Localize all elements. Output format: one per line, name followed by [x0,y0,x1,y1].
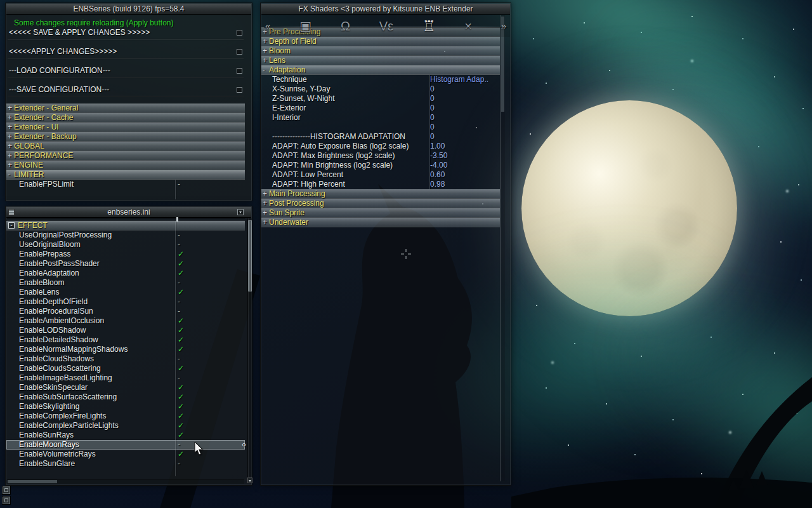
param-row[interactable]: ADAPT: High Percent 0.98 [261,180,500,189]
effect-toggle-row[interactable]: EnableNormalMappingShadows ✓ [6,345,245,354]
toggle-value[interactable]: - [178,373,180,383]
toggle-value[interactable]: ✓ [178,411,184,421]
effect-toggle-row[interactable]: UseOriginalPostProcessing - [6,231,245,240]
param-row[interactable]: Technique Histogram Adap.. [261,75,500,84]
toggle-value[interactable]: ✓ [178,392,184,402]
effect-toggle-row[interactable]: EnableDetailedShadow ✓ [6,335,245,345]
enb-action-button[interactable]: <<<<< SAVE & APPLY CHANGES >>>>> [6,28,245,37]
param-value[interactable]: 0 [430,123,435,132]
toggle-value[interactable]: - [178,440,180,450]
toggle-value[interactable]: - [178,231,180,240]
effect-toggle-row[interactable]: EnableSunRays ✓ [6,431,245,440]
toggle-value[interactable]: - [178,354,180,364]
param-row[interactable]: ---------------HISTOGRAM ADAPTATION 0 [261,132,500,142]
param-row[interactable]: X-Sunrise, Y-Day 0 [261,84,500,94]
scrollbar-thumb[interactable] [8,480,57,483]
param-value[interactable]: 0 [430,113,435,123]
scroll-down-button[interactable] [247,478,252,483]
category-row[interactable]: + Pre Processing [261,27,500,37]
effect-section-header[interactable]: - EFFECT [6,221,245,231]
expand-icon[interactable]: + [8,132,12,142]
param-value[interactable]: 0.98 [430,180,445,189]
effect-toggle-row[interactable]: EnableMoonRays - ‹› [6,440,245,450]
expand-icon[interactable]: + [263,218,267,227]
param-row[interactable]: ADAPT: Auto Exposure Bias (log2 scale) 1… [261,142,500,151]
effect-toggle-row[interactable]: EnableCloudsScattering ✓ [6,364,245,373]
effect-toggle-row[interactable]: EnableSkylighting ✓ [6,402,245,411]
toggle-edit-arrows[interactable]: ‹› [242,440,246,450]
param-value[interactable]: Histogram Adap.. [430,75,488,84]
effect-toggle-row[interactable]: EnableAdaptation ✓ [6,269,245,278]
category-row[interactable]: + Underwater [261,218,500,227]
param-value[interactable]: -4.00 [430,161,447,170]
toggle-value[interactable]: ✓ [178,450,184,459]
param-value[interactable]: 1.00 [430,142,445,151]
toggle-value[interactable]: ✓ [178,431,184,440]
effect-toggle-row[interactable]: EnablePrepass ✓ [6,250,245,259]
effect-toggle-row[interactable]: UseOriginalBloom - [6,240,245,250]
scrollbar-thumb[interactable] [248,220,252,291]
effect-toggle-row[interactable]: EnableVolumetricRays ✓ [6,450,245,459]
category-row[interactable]: + Post Processing [261,199,500,208]
collapse-box-icon[interactable]: - [8,222,15,229]
toggle-value[interactable]: - [178,307,180,316]
toggle-value[interactable]: - [178,297,180,307]
collapse-all-button[interactable] [237,209,244,215]
effect-toggle-row[interactable]: EnablePostPassShader ✓ [6,259,245,269]
param-row[interactable]: I-Interior 0 [261,113,500,123]
category-row[interactable]: + Bloom [261,46,500,56]
category-row[interactable]: + GLOBAL [6,142,245,151]
effect-toggle-row[interactable]: EnableBloom - [6,278,245,288]
expand-icon[interactable]: + [263,189,267,199]
effect-toggle-row[interactable]: EnableComplexFireLights ✓ [6,411,245,421]
toggle-value[interactable]: ✓ [178,383,184,392]
expand-icon[interactable]: + [263,56,267,65]
apply-checkbox[interactable] [237,68,242,74]
expand-icon[interactable]: + [263,27,267,37]
category-row[interactable]: + Extender - Cache [6,113,245,123]
param-row[interactable]: ADAPT: Max Brightness (log2 scale) -3.50 [261,151,500,161]
category-row[interactable]: + Sun Sprite [261,208,500,218]
enb-action-button[interactable]: <<<<<APPLY CHANGES>>>>> [6,47,245,57]
apply-checkbox[interactable] [237,30,242,36]
toggle-value[interactable]: - [178,240,180,250]
toggle-value[interactable]: ✓ [178,316,184,326]
param-value[interactable]: 0.60 [430,170,445,180]
minimized-window-button[interactable] [3,486,10,494]
expand-icon[interactable]: + [263,199,267,208]
param-value[interactable]: 0 [430,94,435,104]
expand-icon[interactable]: + [263,37,267,46]
param-row[interactable]: ADAPT: Min Brightness (log2 scale) -4.00 [261,161,500,170]
effect-toggle-row[interactable]: EnableSubSurfaceScattering ✓ [6,392,245,402]
category-row[interactable]: + Extender - General [6,104,245,113]
category-row[interactable]: + ENGINE [6,161,245,170]
toggle-value[interactable]: ✓ [178,250,184,259]
toggle-value[interactable]: ✓ [178,335,184,345]
vertical-scrollbar[interactable] [500,15,505,481]
category-row[interactable]: + PERFORMANCE [6,151,245,161]
effect-toggle-row[interactable]: EnableDepthOfField - [6,297,245,307]
effect-toggle-row[interactable]: EnableImageBasedLighting - [6,373,245,383]
expand-icon[interactable]: + [8,104,12,113]
category-row[interactable]: - Adaptation [261,65,500,75]
param-value[interactable]: -3.50 [430,151,447,161]
param-value[interactable]: 0 [430,132,435,142]
toggle-value[interactable]: - [178,459,180,469]
param-value[interactable]: 0 [430,84,435,94]
category-row[interactable]: + Depth of Field [261,37,500,46]
expand-icon[interactable]: + [8,151,12,161]
expand-icon[interactable]: - [263,65,265,75]
apply-checkbox[interactable] [237,49,242,55]
toggle-value[interactable]: ✓ [178,402,184,411]
toggle-value[interactable]: ✓ [178,326,184,335]
toggle-value[interactable]: ✓ [178,269,184,278]
expand-icon[interactable]: - [8,170,10,180]
toggle-value[interactable]: ✓ [178,259,184,269]
category-row[interactable]: - LIMITER [6,170,245,180]
expand-icon[interactable]: + [8,161,12,170]
category-row[interactable]: + Extender - Backup [6,132,245,142]
toggle-value[interactable]: ✓ [178,421,184,431]
effect-toggle-row[interactable]: EnableAmbientOcclusion ✓ [6,316,245,326]
expand-icon[interactable]: + [263,46,267,56]
vertical-scrollbar[interactable] [247,218,252,477]
